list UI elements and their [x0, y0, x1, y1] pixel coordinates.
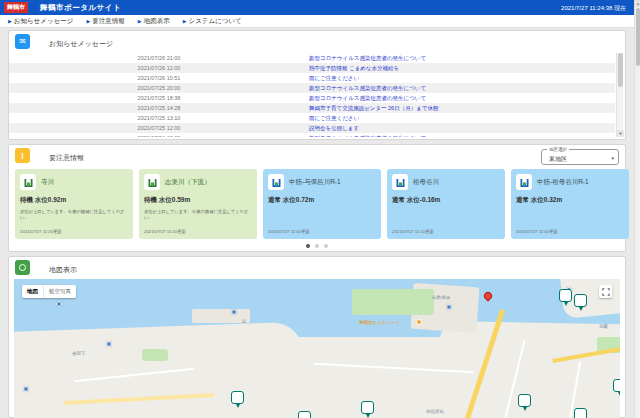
district-select-label: 地区選択 [547, 147, 569, 152]
carousel-dot[interactable] [315, 244, 319, 248]
portal-page: 舞鶴市 舞鶴市ポータルサイト 2021/7/27 11:24:38 現在 ▲ ▶… [0, 0, 640, 418]
announcement-link[interactable]: 新型コロナウイルス感染症患者の発生について [309, 55, 426, 62]
map-marker[interactable] [361, 401, 374, 414]
river-card[interactable]: 志楽川（下流） 待機 水位0.59m 水位が上昇しています。今後の情報に注意して… [139, 169, 257, 239]
water-level-status: 通常 水位-0.16m [392, 196, 440, 205]
announcement-date: 2021/07/25 20:00 [9, 85, 309, 91]
river-card[interactable]: 中筋-与保呂川R-1 通常 水位0.72m 2021/07/27 11:00更新 [263, 169, 381, 239]
map-view-button[interactable]: 地図 [22, 285, 43, 298]
chevron-down-icon: ▾ [611, 155, 614, 161]
warnings-section: ! 要注意情報 地区選択 東地区 ▾ 寺川 待機 水位0.92m 水位が上昇して… [8, 144, 626, 252]
updated-timestamp: 2021/07/27 11:20更新 [20, 229, 62, 234]
announcement-row[interactable]: 2021/07/25 12:00 説明会を公開します [9, 123, 615, 133]
announcement-row[interactable]: 2021/07/26 21:00 新型コロナウイルス感染症患者の発生について [9, 53, 615, 63]
page-scrollbar-thumb[interactable] [636, 8, 640, 66]
carousel-dots [9, 244, 625, 248]
current-datetime: 2021/7/27 11:24:38 現在 [561, 4, 626, 13]
map-header: 地図表示 [9, 257, 625, 279]
mail-icon: ✉ [15, 34, 30, 49]
triangle-bullet-icon: ▶ [183, 18, 187, 24]
river-card[interactable]: 祖母谷川 通常 水位-0.16m 2021/07/27 11:10更新 [387, 169, 505, 239]
district-select[interactable]: 地区選択 東地区 ▾ [541, 149, 619, 165]
page-scrollbar[interactable]: ▲ [634, 0, 640, 418]
announcement-row[interactable]: 2021/07/25 14:28 舞鶴市子育て交流施設センター 26日（月）まで… [9, 103, 615, 113]
carousel-dot[interactable] [306, 244, 310, 248]
announcement-link[interactable]: 新型コロナウイルス感染症患者の発生について [309, 95, 426, 102]
satellite-view-button[interactable]: 航空写真 [43, 285, 76, 298]
nav-item-label: 要注意情報 [92, 17, 125, 26]
map-marker[interactable] [482, 290, 493, 301]
map-marker[interactable] [518, 394, 531, 407]
map-marker[interactable] [574, 294, 587, 307]
announcement-row[interactable]: 2021/07/26 10:51 雨にご注意ください [9, 73, 615, 83]
fullscreen-icon [602, 288, 610, 296]
map-marker[interactable] [56, 301, 62, 307]
water-level-status: 待機 水位0.59m [144, 196, 190, 205]
map-marker[interactable] [446, 304, 452, 310]
triangle-bullet-icon: ▶ [8, 18, 12, 24]
water-level-status: 通常 水位0.72m [268, 196, 314, 205]
map-place-label: 余部下 [72, 351, 86, 356]
map-marker[interactable] [416, 319, 422, 325]
announcement-row[interactable]: 2021/07/24 19:00 新型コロナウイルス感染症患者の発生について [9, 133, 615, 137]
river-name: 中筋-祖母谷川R-1 [537, 178, 589, 187]
nav-item[interactable]: ▶ 地図表示 [138, 17, 170, 26]
announcement-date: 2021/07/25 13:10 [9, 115, 309, 121]
announcement-row[interactable]: 2021/07/25 20:00 新型コロナウイルス感染症患者の発生について [9, 83, 615, 93]
announcements-scrollbar[interactable]: ▼ [616, 53, 623, 137]
globe-icon [15, 260, 30, 275]
map-marker[interactable] [231, 391, 244, 404]
water-gauge-icon [20, 174, 36, 190]
river-card[interactable]: 中筋-祖母谷川R-1 通常 水位0.32m 2021/07/27 11:00更新 [511, 169, 629, 239]
announcement-link[interactable]: 説明会を公開します [309, 125, 359, 132]
page-title: 舞鶴市ポータルサイト [40, 3, 121, 13]
river-card[interactable]: 寺川 待機 水位0.92m 水位が上昇しています。今後の情報に注意してください。… [15, 169, 133, 239]
announcements-list: 2021/07/26 21:00 新型コロナウイルス感染症患者の発生について 2… [9, 53, 615, 137]
map-type-control: 地図 航空写真 [22, 285, 76, 298]
map-place-label: 前島埠頭 [432, 295, 450, 300]
map-marker[interactable] [231, 309, 237, 315]
announcement-link[interactable]: 雨にご注意ください [309, 75, 359, 82]
announcement-row[interactable]: 2021/07/25 13:10 雨にご注意ください [9, 113, 615, 123]
announcements-scrollbar-thumb[interactable] [618, 53, 623, 87]
announcement-link[interactable]: 熱中症予防情報 こまめな水分補給を [309, 65, 399, 72]
announcements-section: ✉ お知らせメッセージ 2021/07/26 21:00 新型コロナウイルス感染… [8, 30, 626, 140]
city-logo: 舞鶴市 [4, 2, 28, 13]
scroll-down-arrow-icon[interactable]: ▼ [617, 130, 624, 137]
announcement-link[interactable]: 新型コロナウイルス感染症患者の発生について [309, 135, 426, 138]
nav-item-label: システムについて [189, 17, 242, 26]
water-level-status: 待機 水位0.92m [20, 196, 66, 205]
announcement-link[interactable]: 新型コロナウイルス感染症患者の発生について [309, 85, 426, 92]
carousel-dot[interactable] [324, 244, 328, 248]
nav-item[interactable]: ▶ 要注意情報 [86, 17, 124, 26]
map-place-label: 市役所前 [426, 409, 444, 414]
map-marker[interactable] [298, 411, 311, 418]
updated-timestamp: 2021/07/27 11:10更新 [392, 229, 434, 234]
nav-item[interactable]: ▶ システムについて [183, 17, 242, 26]
water-gauge-icon [268, 174, 284, 190]
nav-item[interactable]: ▶ お知らせメッセージ [8, 17, 73, 26]
map-park [352, 289, 434, 315]
map-marker[interactable] [23, 386, 29, 392]
nav-item-label: お知らせメッセージ [14, 17, 74, 26]
announcement-date: 2021/07/25 18:38 [9, 95, 309, 101]
river-cards-row: 寺川 待機 水位0.92m 水位が上昇しています。今後の情報に注意してください。… [15, 169, 629, 239]
updated-timestamp: 2021/07/27 11:00更新 [516, 229, 558, 234]
map-marker[interactable] [559, 289, 572, 302]
nav-item-label: 地図表示 [144, 17, 170, 26]
map-canvas[interactable]: 前島埠頭 舞鶴赤れんがパーク 北吸 浜 余部下 市役所前 地図 航空写真 [14, 279, 620, 418]
announcement-link[interactable]: 雨にご注意ください [309, 115, 359, 122]
announcement-row[interactable]: 2021/07/26 12:00 熱中症予防情報 こまめな水分補給を [9, 63, 615, 73]
announcements-header: ✉ お知らせメッセージ [9, 31, 625, 53]
map-marker[interactable] [574, 408, 587, 418]
map-marker[interactable] [613, 379, 620, 392]
scroll-up-arrow-icon[interactable]: ▲ [635, 0, 640, 7]
fullscreen-button[interactable] [599, 285, 612, 298]
triangle-bullet-icon: ▶ [138, 18, 142, 24]
announcement-row[interactable]: 2021/07/25 18:38 新型コロナウイルス感染症患者の発生について [9, 93, 615, 103]
announcement-link[interactable]: 舞鶴市子育て交流施設センター 26日（月）まで休館 [309, 105, 438, 112]
map-place-label: 舞鶴赤れんがパーク [359, 320, 400, 325]
map-marker[interactable] [106, 341, 112, 347]
triangle-bullet-icon: ▶ [86, 18, 90, 24]
river-note: 水位が上昇しています。今後の情報に注意してください。 [20, 209, 128, 221]
